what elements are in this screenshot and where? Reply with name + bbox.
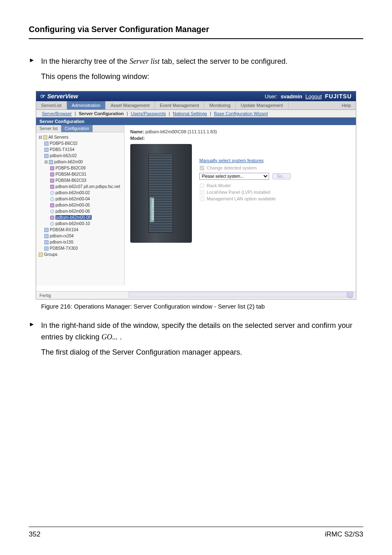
primecenter-label: PRIMECENTER	[150, 197, 154, 222]
server-image: PRIMECENTER	[130, 144, 192, 243]
name-label: Name:	[130, 129, 144, 134]
tree-node[interactable]: PDBS-TX154	[39, 146, 122, 153]
tree-tab-configuration[interactable]: Configuration	[61, 125, 92, 132]
tree-node[interactable]: PDBSM-B62C01	[39, 171, 122, 177]
chk-rack-label: Rack Model	[207, 183, 231, 188]
tab-update[interactable]: Update Management	[236, 101, 288, 109]
content-body: Server list Configuration ⊟ All Servers …	[36, 125, 356, 286]
tree-node[interactable]: pdbsm-b62c02	[39, 153, 122, 159]
tree-node[interactable]: PDBSM-TX303	[39, 245, 122, 251]
tree-root[interactable]: ⊟ All Servers	[39, 134, 122, 140]
subnav-users[interactable]: Users/Passwords	[131, 111, 166, 116]
chk-lan[interactable]	[200, 196, 205, 201]
product-name: iRMC S2/S3	[325, 530, 363, 539]
tab-asset[interactable]: Asset Management	[106, 101, 155, 109]
details-model-row: Model:	[130, 136, 350, 141]
details-panel: Name: pdbsm-b62m00\C08 (111.111.1.83) Mo…	[125, 125, 356, 286]
section-bar: Server Configuration	[36, 118, 356, 125]
model-label: Model:	[130, 136, 145, 141]
user-label: User:	[265, 93, 277, 100]
bullet-marker: ►	[29, 56, 41, 67]
tree-content: ⊟ All Servers PDBPS-B6C02 PDBS-TX154 pdb…	[36, 132, 124, 259]
tree-node[interactable]: pdbsm-b62m00-05	[39, 202, 122, 208]
tree-node[interactable]: pdbsm-b62m00-10	[39, 221, 122, 227]
page-heading: Configuring via Server Configuration Man…	[29, 25, 363, 39]
subnav-national[interactable]: National Settings	[173, 111, 207, 116]
tree-node[interactable]: pdbsm-b62c07.pll.sm.pdbps.fsc.net	[39, 183, 122, 190]
chk-lvp[interactable]	[200, 190, 205, 195]
figure-caption: Figure 216: Operations Manager: Server C…	[41, 303, 363, 310]
user-name: svadmin	[281, 93, 302, 100]
tree-node[interactable]: PDBSM-RX104	[39, 227, 122, 233]
horizontal-scrollbar[interactable]	[129, 292, 353, 297]
brand-logo: FUJITSU	[325, 93, 352, 100]
tree-node[interactable]: pdbsm-b62m00-06	[39, 208, 122, 214]
tree-node[interactable]: pdbsm-rx204	[39, 233, 122, 239]
subnav-basecfg[interactable]: Base Configuration Wizard	[214, 111, 268, 116]
page-footer: 352 iRMC S2/S3	[29, 527, 363, 539]
features-heading: Manually select system features	[199, 158, 350, 163]
tree-node[interactable]: pdbsm-tx155	[39, 239, 122, 245]
tree-node[interactable]: PDBPS-B6C02	[39, 140, 122, 146]
page-number: 352	[29, 530, 40, 539]
chk-change-detected[interactable]	[200, 165, 205, 170]
instr2-part1: In the right-hand side of the window, sp…	[41, 321, 352, 341]
tree-tabs: Server list Configuration	[36, 125, 124, 132]
system-select[interactable]: Please select system...	[199, 173, 269, 180]
app-title: ☞ ServerView	[40, 93, 78, 100]
logout-link[interactable]: Logout	[305, 93, 322, 100]
instr1-tail: tab, select the server to be configured.	[160, 57, 288, 65]
instr1-part1: In the hierarchy tree of the	[41, 57, 129, 65]
tab-event[interactable]: Event Management	[155, 101, 204, 109]
tree-groups[interactable]: Groups	[39, 251, 122, 258]
tree-node[interactable]: pdbsm-b62m00-02	[39, 190, 122, 196]
chk-rack[interactable]	[200, 183, 205, 188]
instruction-sub: This opens the following window:	[41, 71, 363, 83]
instr1-italic: Server list	[129, 57, 160, 65]
tree-tab-serverlist[interactable]: Server list	[36, 125, 61, 132]
tree-node[interactable]: PDBPS-B62C09	[39, 165, 122, 171]
instruction-text: In the hierarchy tree of the Server list…	[41, 56, 288, 67]
titlebar: ☞ ServerView User: svadmin Logout FUJITS…	[36, 91, 356, 101]
chk-change-label: Change detected system	[207, 165, 257, 170]
screenshot-window: ☞ ServerView User: svadmin Logout FUJITS…	[36, 91, 356, 300]
tab-serverlist[interactable]: ServerList	[36, 101, 67, 109]
features-panel: Manually select system features Change d…	[199, 144, 350, 243]
tree-node-selected[interactable]: pdbsm-b62m00-08	[39, 214, 122, 221]
sub-nav: ServerBrowser | Server Configuration | U…	[36, 110, 356, 118]
tree-node-expandable[interactable]: ⊟ pdbsm-b62m00	[39, 159, 122, 165]
details-name-row: Name: pdbsm-b62m00\C08 (111.111.1.83)	[130, 129, 350, 134]
tree-node[interactable]: pdbsm-b62m00-04	[39, 196, 122, 202]
instr2-italic: GO...	[101, 333, 118, 341]
tree-panel: Server list Configuration ⊟ All Servers …	[36, 125, 125, 286]
tab-administration[interactable]: Administration	[67, 101, 106, 109]
status-text: Fertig	[39, 293, 51, 298]
chk-lvp-label: LocalView Panel (LVP) installed	[207, 190, 270, 195]
help-link[interactable]: Help	[337, 101, 356, 109]
chk-lan-label: Management LAN option available	[207, 196, 276, 201]
titlebar-right: User: svadmin Logout FUJITSU	[263, 93, 352, 100]
tab-monitoring[interactable]: Monitoring	[204, 101, 235, 109]
bullet-marker: ►	[29, 320, 41, 344]
subnav-browser[interactable]: ServerBrowser	[42, 111, 72, 116]
instruction-text: In the right-hand side of the window, sp…	[41, 320, 363, 344]
go-button[interactable]: Go...	[272, 173, 291, 179]
name-value: pdbsm-b62m00\C08 (111.111.1.83)	[145, 129, 217, 134]
main-nav: ServerList Administration Asset Manageme…	[36, 101, 356, 110]
subnav-servercfg[interactable]: Server Configuration	[79, 111, 124, 116]
instr2-tail: .	[118, 333, 122, 341]
instruction-sub: The first dialog of the Server Configura…	[41, 346, 363, 358]
tree-node[interactable]: PDBSM-B62C03	[39, 177, 122, 183]
